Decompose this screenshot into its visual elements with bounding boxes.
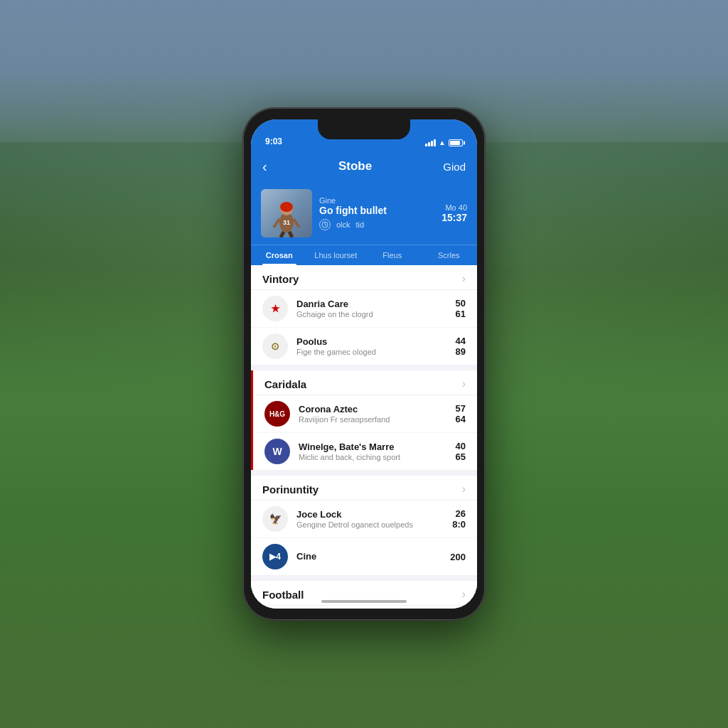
phone-shell: 9:03 ▲ ‹ Stobe Gi <box>243 108 485 620</box>
section-victory: Vintory › ★ Danria Care Gchaige on the c… <box>251 265 477 365</box>
svg-line-4 <box>294 219 299 228</box>
item-cine-score: 200 <box>450 552 466 562</box>
section-porinuntity-chevron: › <box>462 483 466 496</box>
item-danria-desc: Gchaige on the clogrd <box>296 310 447 318</box>
list-item-cine[interactable]: ▶4 Cine 200 <box>251 538 477 575</box>
navigation-bar: ‹ Stobe Giod <box>251 151 477 182</box>
section-caridala-title: Caridala <box>264 378 306 390</box>
item-joce-score: 26 8:0 <box>452 508 466 530</box>
item-joce-desc: Gengine Detrol oganect ouelpeds <box>296 520 444 529</box>
hero-meta: olck tid <box>319 219 434 230</box>
svg-text:31: 31 <box>283 219 290 226</box>
player-image: 31 <box>272 198 301 237</box>
list-item-winelge[interactable]: W Winelge, Bate's Marre Miclic and back,… <box>253 433 477 470</box>
section-football-chevron: › <box>462 588 466 601</box>
section-porinuntity-title: Porinuntity <box>262 483 318 496</box>
svg-line-6 <box>289 232 292 237</box>
wifi-icon: ▲ <box>439 139 446 146</box>
list-item-corona[interactable]: H&G Corona Aztec Raviijion Fr seraopserf… <box>253 395 477 433</box>
logo-corona-icon: H&G <box>264 401 290 427</box>
item-poolus-score: 44 89 <box>456 336 466 357</box>
logo-w-icon: W <box>264 439 290 464</box>
item-corona-score: 57 64 <box>456 403 466 424</box>
hero-score-label: Mo 40 <box>441 203 467 212</box>
item-joce-info: Joce Lock Gengine Detrol oganect ouelped… <box>296 509 444 529</box>
hero-card[interactable]: 31 Gine Go fight bullet o <box>251 182 477 245</box>
section-caridala: Caridala › H&G Corona Aztec Raviijion Fr… <box>251 370 477 470</box>
hero-score: Mo 40 15:37 <box>441 203 467 223</box>
item-danria-score: 50 61 <box>456 298 466 319</box>
item-poolus-name: Poolus <box>296 336 447 347</box>
back-button[interactable]: ‹ <box>262 159 267 175</box>
item-winelge-info: Winelge, Bate's Marre Miclic and back, c… <box>299 441 447 461</box>
item-winelge-score: 40 65 <box>456 441 466 462</box>
item-winelge-name: Winelge, Bate's Marre <box>299 441 447 452</box>
section-porinuntity-header[interactable]: Porinuntity › <box>251 476 477 500</box>
tabs-bar: Crosan Lhus lourset Fleus Scrles <box>251 245 477 265</box>
hero-info: Gine Go fight bullet olck tid <box>319 196 434 230</box>
item-danria-info: Danria Care Gchaige on the clogrd <box>296 299 447 318</box>
phone-screen: 9:03 ▲ ‹ Stobe Gi <box>251 119 477 609</box>
meta-icon-1 <box>319 219 331 230</box>
svg-line-3 <box>274 219 279 228</box>
home-indicator <box>321 600 407 603</box>
item-corona-info: Corona Aztec Raviijion Fr seraopserfand <box>299 404 447 424</box>
section-football: Football › 🛡 Am Preursale 59 <box>251 581 477 609</box>
hero-score-value: 15:37 <box>441 212 467 223</box>
hero-title: Go fight bullet <box>319 205 434 216</box>
section-porinuntity: Porinuntity › 🦅 Joce Lock Gengine Detrol… <box>251 476 477 575</box>
logo-star-icon: ★ <box>262 296 288 321</box>
status-time: 9:03 <box>265 136 282 146</box>
item-poolus-info: Poolus Fige the gamec ologed <box>296 336 447 356</box>
signal-icon <box>425 139 436 146</box>
hero-meta-text2: tid <box>356 220 365 229</box>
svg-line-5 <box>281 232 284 237</box>
logo-bird-icon: 🦅 <box>262 506 288 532</box>
list-item-danria[interactable]: ★ Danria Care Gchaige on the clogrd 50 6… <box>251 290 477 328</box>
section-football-title: Football <box>262 589 304 601</box>
item-poolus-desc: Fige the gamec ologed <box>296 348 447 356</box>
list-item-am[interactable]: 🛡 Am Preursale 59 <box>251 606 477 609</box>
nav-title: Stobe <box>338 159 372 173</box>
svg-point-2 <box>280 202 293 212</box>
section-caridala-chevron: › <box>462 378 466 390</box>
status-icons: ▲ <box>425 139 463 146</box>
content-scroll[interactable]: Vintory › ★ Danria Care Gchaige on the c… <box>251 265 477 609</box>
item-cine-name: Cine <box>296 551 441 562</box>
hero-meta-text1: olck <box>336 220 350 229</box>
item-cine-info: Cine <box>296 551 441 562</box>
battery-icon <box>449 139 463 146</box>
tab-fleus[interactable]: Fleus <box>364 245 421 265</box>
list-item-poolus[interactable]: ⊙ Poolus Fige the gamec ologed 44 89 <box>251 328 477 365</box>
nav-action-button[interactable]: Giod <box>443 161 466 173</box>
hero-subtitle: Gine <box>319 196 434 205</box>
tab-scrles[interactable]: Scrles <box>421 245 478 265</box>
item-joce-name: Joce Lock <box>296 509 444 520</box>
section-victory-title: Vintory <box>262 273 299 285</box>
tab-lhus[interactable]: Lhus lourset <box>308 245 365 265</box>
logo-arrow-icon: ▶4 <box>262 544 288 569</box>
section-victory-header[interactable]: Vintory › <box>251 265 477 290</box>
item-danria-name: Danria Care <box>296 299 447 309</box>
section-victory-chevron: › <box>462 272 466 285</box>
item-corona-desc: Raviijion Fr seraopserfand <box>299 415 447 424</box>
item-corona-name: Corona Aztec <box>299 404 447 414</box>
logo-coin-icon: ⊙ <box>262 333 288 359</box>
phone-device: 9:03 ▲ ‹ Stobe Gi <box>243 108 485 620</box>
tab-crosan[interactable]: Crosan <box>251 245 308 265</box>
phone-notch <box>318 119 410 139</box>
list-item-joce[interactable]: 🦅 Joce Lock Gengine Detrol oganect ouelp… <box>251 500 477 538</box>
item-winelge-desc: Miclic and back, ciching sport <box>299 453 447 461</box>
hero-thumbnail: 31 <box>261 189 312 237</box>
section-caridala-header[interactable]: Caridala › <box>253 370 477 395</box>
